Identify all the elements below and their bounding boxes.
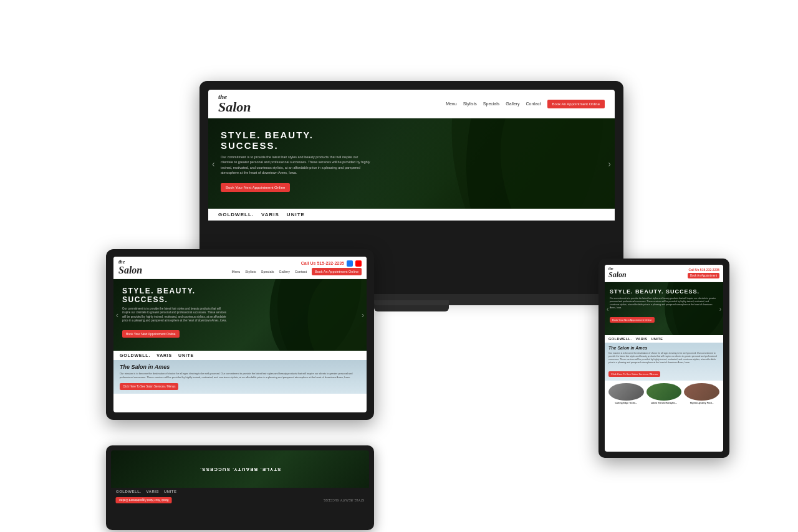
tl-hero-cta-btn[interactable]: Book Your Next Appointment Online: [122, 330, 180, 338]
tl-phone: Call Us 515-232-2235: [301, 261, 344, 265]
nav-stylists[interactable]: Stylists: [463, 102, 477, 106]
phone-bottom-device: STYLE. BEAUTY. SUCCESS. GOLDWELL. VARIS …: [106, 445, 374, 530]
tl-prev-arrow[interactable]: ‹: [116, 311, 118, 320]
tl-nav-menu[interactable]: Menu: [232, 270, 241, 273]
laptop-brand-unite: UNITE: [287, 212, 305, 217]
tablet-left-screen: the Salon Call Us 515-232-2235 Menu Styl…: [113, 257, 367, 412]
laptop-hero-title: STYLE. BEAUTY. SUCCESS.: [221, 130, 370, 151]
tl-brands: GOLDWELL. VARIS UNITE: [113, 351, 367, 360]
tl-youtube-icon[interactable]: [355, 260, 362, 267]
tl-hero-text: Our commitment is to provide the latest …: [122, 307, 229, 323]
tl-nav-stylists[interactable]: Stylists: [245, 270, 256, 273]
tr-phone: Call Us 515-232-2235: [689, 268, 719, 272]
tr-card-1: Latest Trends Hairsyles...: [647, 383, 682, 404]
tablet-right-device: the Salon Call Us 515-232-2235 Book An A…: [598, 259, 729, 458]
laptop-next-arrow[interactable]: ›: [608, 159, 611, 169]
svg-point-5: [291, 279, 367, 351]
tl-nav-gallery[interactable]: Gallery: [279, 270, 290, 273]
tablet-right-screen: the Salon Call Us 515-232-2235 Book An A…: [605, 265, 723, 452]
laptop-nav: the Salon Menu Stylists Specials Gallery…: [208, 90, 615, 118]
tl-hero-content: STYLE. BEAUTY. SUCCESS. Our commitment i…: [113, 279, 238, 345]
svg-point-4: [256, 279, 367, 351]
tl-section-body: Our mission is to become the destination…: [120, 372, 360, 379]
tr-header: the Salon Call Us 515-232-2235 Book An A…: [605, 265, 723, 282]
nav-specials[interactable]: Specials: [483, 102, 499, 106]
tl-salon-section: The Salon in Ames Our mission is to beco…: [113, 360, 367, 394]
laptop-brand-goldwell: GOLDWELL.: [218, 212, 254, 217]
laptop-logo: the Salon: [218, 93, 251, 114]
pb-brand-varis: VARIS: [147, 490, 159, 493]
tl-hero: STYLE. BEAUTY. SUCCESS. Our commitment i…: [113, 279, 367, 351]
tr-card-img-leaves: [647, 383, 682, 401]
phone-bottom-bezel: STYLE. BEAUTY. SUCCESS. GOLDWELL. VARIS …: [106, 445, 374, 530]
tr-next-arrow[interactable]: ›: [719, 305, 721, 312]
tl-brand-varis: VARIS: [156, 353, 172, 358]
tr-hero: STYLE. BEAUTY. SUCCESS. Our commitment i…: [605, 282, 723, 335]
tr-book-btn[interactable]: Book An Appointment: [688, 273, 719, 278]
nav-contact[interactable]: Contact: [526, 102, 541, 106]
tr-card-label-2: Highest-Quality Prod...: [684, 402, 719, 404]
phone-bottom-screen: STYLE. BEAUTY. SUCCESS. GOLDWELL. VARIS …: [111, 450, 369, 525]
laptop-hero-cta-btn[interactable]: Book Your Next Appointment Online: [221, 183, 290, 192]
tl-nav-links: Menu Stylists Specials Gallery Contact B…: [232, 268, 362, 275]
scene: the Salon Menu Stylists Specials Gallery…: [0, 0, 798, 532]
tr-brand-unite: UNITE: [651, 337, 663, 341]
tl-nav-contact[interactable]: Contact: [295, 270, 307, 273]
tr-brand-goldwell: GOLDWELL.: [608, 337, 632, 341]
tr-section-body: Our mission is to become the destination…: [608, 352, 719, 364]
tr-section-title: The Salon in Ames: [608, 346, 719, 350]
tr-cards: Cutting Edge Techn... Latest Trends Hair…: [605, 381, 723, 407]
laptop-hero: STYLE. BEAUTY. SUCCESS. Our commitment i…: [208, 118, 615, 209]
pb-tagline: STYLE. BEAUTY. SUCCESS.: [323, 498, 364, 502]
tr-card-img-brush: [684, 383, 719, 401]
tl-section-cta-btn[interactable]: Click Here To See Salon Services / Menus: [120, 383, 178, 390]
svg-point-3: [265, 279, 367, 351]
tl-brand-goldwell: GOLDWELL.: [120, 353, 150, 358]
pb-bottom-row: Book Your Next Appointment Online STYLE.…: [111, 495, 369, 505]
laptop-brand-varis: VARIS: [261, 212, 279, 217]
tr-card-label-0: Cutting Edge Techn...: [608, 402, 644, 404]
tr-hero-cta-btn[interactable]: Book Your Next Appointment Online: [610, 317, 655, 323]
tl-section-title: The Salon in Ames: [120, 364, 360, 370]
tr-hero-content: STYLE. BEAUTY. SUCCESS. Our commitment i…: [605, 282, 723, 330]
tl-middle-text: The Salon in Ames Our mission is to beco…: [120, 364, 360, 390]
nav-gallery[interactable]: Gallery: [506, 102, 519, 106]
tl-hero-title: STYLE. BEAUTY. SUCCESS.: [122, 287, 229, 304]
pb-brand-unite: UNITE: [164, 490, 177, 493]
tl-nav: the Salon Call Us 515-232-2235 Menu Styl…: [113, 257, 367, 279]
nav-menu[interactable]: Menu: [446, 102, 457, 106]
laptop-brands: GOLDWELL. VARIS UNITE: [208, 209, 615, 221]
pb-brand-goldwell: GOLDWELL.: [116, 490, 142, 493]
tl-next-arrow[interactable]: ›: [362, 311, 364, 320]
tl-nav-specials[interactable]: Specials: [261, 270, 274, 273]
tr-hero-text: Our commitment is to provide the latest …: [610, 297, 718, 310]
tablet-left-device: the Salon Call Us 515-232-2235 Menu Styl…: [106, 249, 374, 420]
tr-card-0: Cutting Edge Techn...: [608, 383, 644, 404]
pb-brands: GOLDWELL. VARIS UNITE: [111, 488, 369, 495]
laptop-stand: [374, 305, 449, 311]
laptop-hero-text: Our commitment is to provide the latest …: [221, 154, 370, 175]
tr-card-label-1: Latest Trends Hairsyles...: [647, 402, 682, 404]
tl-logo: the Salon: [118, 259, 142, 276]
tr-logo: the Salon: [608, 267, 627, 280]
tr-brand-varis: VARIS: [636, 337, 648, 341]
laptop-book-btn[interactable]: Book An Appointment Online: [547, 100, 605, 108]
tl-facebook-icon[interactable]: [347, 260, 353, 267]
tr-salon-section: The Salon in Ames Our mission is to beco…: [605, 343, 723, 381]
tl-book-btn[interactable]: Book An Appointment Online: [312, 268, 362, 275]
pb-hero: STYLE. BEAUTY. SUCCESS.: [111, 450, 369, 488]
pb-cta-btn[interactable]: Book Your Next Appointment Online: [116, 497, 172, 503]
tl-brand-unite: UNITE: [178, 353, 194, 358]
laptop-prev-arrow[interactable]: ‹: [212, 159, 215, 169]
tr-card-img-scissors: [608, 383, 644, 401]
tr-hero-title: STYLE. BEAUTY. SUCCESS.: [610, 288, 718, 295]
tr-prev-arrow[interactable]: ‹: [607, 305, 608, 312]
tablet-left-bezel: the Salon Call Us 515-232-2235 Menu Styl…: [106, 249, 374, 420]
tr-brands: GOLDWELL. VARIS UNITE: [605, 335, 723, 343]
tablet-right-bezel: the Salon Call Us 515-232-2235 Book An A…: [598, 259, 729, 458]
laptop-hero-content: STYLE. BEAUTY. SUCCESS. Our commitment i…: [208, 118, 383, 203]
tr-section-cta-btn[interactable]: Click Here To See Salon Services / Menus: [608, 371, 660, 377]
tr-card-2: Highest-Quality Prod...: [684, 383, 719, 404]
laptop-nav-links: Menu Stylists Specials Gallery Contact B…: [446, 100, 605, 108]
pb-hero-title: STYLE. BEAUTY. SUCCESS.: [200, 467, 281, 472]
